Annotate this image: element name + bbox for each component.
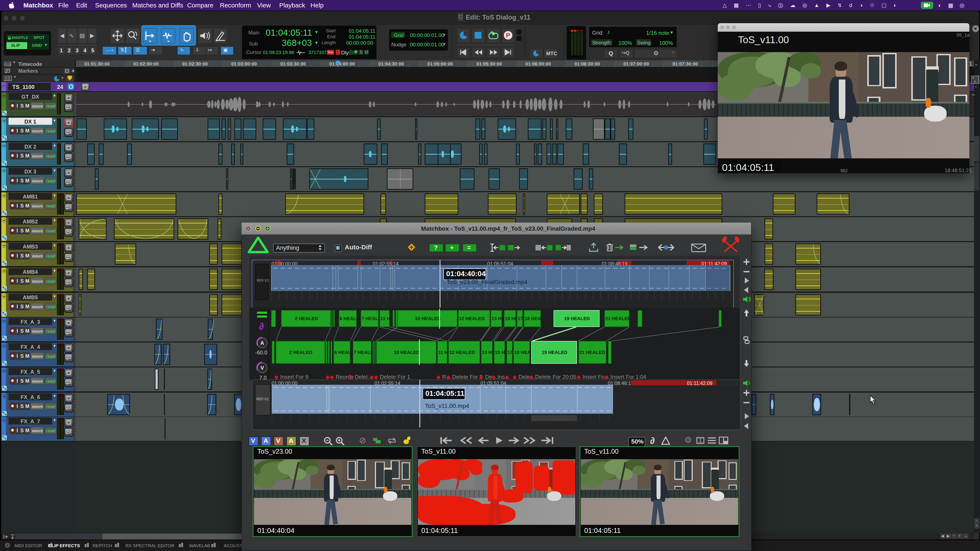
svg-text:P: P xyxy=(506,32,510,39)
svg-text:V: V xyxy=(261,365,264,371)
svg-text:A: A xyxy=(260,340,264,346)
